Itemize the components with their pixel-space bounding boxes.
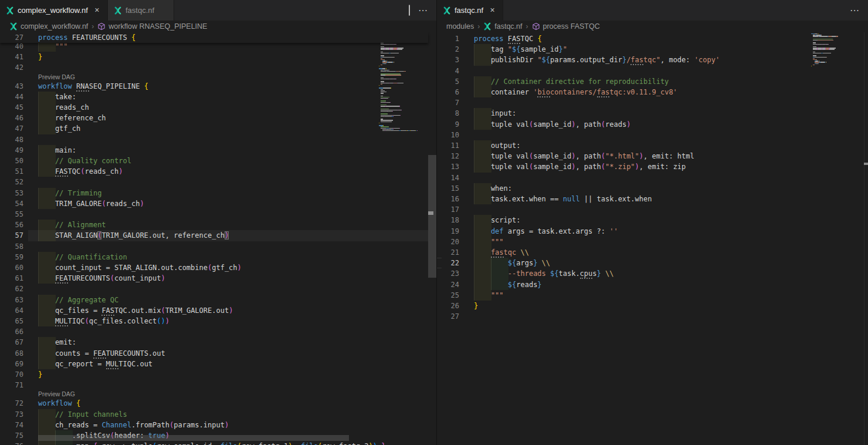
code-line[interactable]: 53// Trimming: [0, 188, 436, 198]
code-line[interactable]: 45reads_ch: [0, 102, 436, 113]
tab-label: fastqc.nf: [455, 6, 483, 15]
code-line[interactable]: 71: [0, 380, 436, 390]
hint-underline: FAS: [508, 35, 521, 44]
line-number: 60: [0, 262, 23, 273]
code-line[interactable]: 12tuple val(sample_id), path("*.html"), …: [437, 151, 868, 161]
codelens-preview-dag[interactable]: Preview DAG: [38, 390, 75, 398]
code-line[interactable]: 41}: [0, 52, 436, 62]
code-line[interactable]: 26}: [437, 301, 868, 311]
horizontal-scrollbar-slider[interactable]: [38, 435, 349, 441]
code-line[interactable]: 16task.ext.when == null || task.ext.when: [437, 194, 868, 204]
breadcrumb-item[interactable]: complex_workflow.nf: [9, 22, 88, 31]
line-number: 72: [0, 398, 23, 409]
code-line[interactable]: 13tuple val(sample_id), path("*.zip"), e…: [437, 161, 868, 172]
code-line[interactable]: 69qc_report = MULTIQC.out: [0, 359, 436, 369]
code-line[interactable]: 68counts = FEATURECOUNTS.out: [0, 348, 436, 359]
minimap[interactable]: [811, 32, 858, 445]
code-line[interactable]: 73// Input channels: [0, 409, 436, 420]
code-line[interactable]: 4: [437, 66, 868, 76]
code-line[interactable]: 10: [437, 130, 868, 140]
code-line[interactable]: 42: [0, 62, 436, 73]
minimap-line: [396, 44, 396, 45]
code-line[interactable]: 44take:: [0, 92, 436, 102]
code-line[interactable]: 56// Alignment: [0, 220, 436, 230]
tab-complex_workflow-nf[interactable]: complex_workflow.nf×: [0, 0, 108, 21]
minimap-line: [386, 63, 386, 64]
code-line[interactable]: 43workflow RNASEQ_PIPELINE {: [0, 81, 436, 92]
close-icon[interactable]: ×: [93, 6, 101, 15]
code-line[interactable]: 8input:: [437, 108, 868, 119]
minimap-line: [400, 115, 401, 116]
code-line[interactable]: 2tag "${sample_id}": [437, 44, 868, 55]
code-line[interactable]: 24${reads}: [437, 279, 868, 290]
code-line[interactable]: 76.map { row -> tuple(row.sample_id, fil…: [0, 441, 436, 445]
code-line[interactable]: 7: [437, 97, 868, 108]
code-token: gtf_ch: [55, 124, 80, 133]
codelens-preview-dag[interactable]: Preview DAG: [38, 73, 75, 81]
code-line[interactable]: 65MULTIQC(qc_files.collect()): [0, 316, 436, 326]
more-actions-button[interactable]: ⋯: [850, 5, 860, 16]
scrollbar-drag-handle[interactable]: [428, 211, 433, 215]
code-line[interactable]: 48: [0, 134, 436, 145]
tab-fastqc-nf[interactable]: fastqc.nf×: [437, 0, 503, 21]
code-line[interactable]: 1process FASTQC {: [437, 33, 868, 44]
code-line[interactable]: 72workflow {: [0, 398, 436, 409]
code-line[interactable]: 27: [437, 311, 868, 322]
code-line[interactable]: 67emit:: [0, 337, 436, 348]
code-line[interactable]: 11output:: [437, 140, 868, 151]
code-token: ${: [508, 281, 516, 289]
code-line[interactable]: 18script:: [437, 215, 868, 225]
code-line[interactable]: 49main:: [0, 145, 436, 156]
code-line[interactable]: 15when:: [437, 183, 868, 194]
code-line[interactable]: 20""": [437, 237, 868, 247]
code-line[interactable]: 59// Quantification: [0, 252, 436, 262]
code-line[interactable]: 51FASTQC(reads_ch): [0, 166, 436, 177]
split-editor-button[interactable]: [409, 5, 410, 16]
code-line[interactable]: 64qc_files = FASTQC.out.mix(TRIM_GALORE.…: [0, 305, 436, 316]
code-line[interactable]: 14: [437, 173, 868, 183]
code-line[interactable]: 52: [0, 177, 436, 187]
code-line[interactable]: 22${args} \\: [437, 258, 868, 268]
code-line[interactable]: 63// Aggregate QC: [0, 295, 436, 305]
code-line[interactable]: 61FEATURECOUNTS(count_input): [0, 273, 436, 284]
tab-fastqc-nf[interactable]: fastqc.nf: [108, 0, 174, 21]
code-line[interactable]: 47gtf_ch: [0, 123, 436, 134]
code-line[interactable]: 21fastqc \\: [437, 247, 868, 258]
code-line[interactable]: 62: [0, 284, 436, 294]
code-line[interactable]: 46reference_ch: [0, 113, 436, 123]
code-line[interactable]: 70}: [0, 369, 436, 380]
code-line[interactable]: 60count_input = STAR_ALIGN.out.combine(g…: [0, 262, 436, 273]
breadcrumb-item[interactable]: process FASTQC: [532, 22, 600, 31]
code-line[interactable]: 25""": [437, 290, 868, 301]
sticky-scroll-line[interactable]: 27process FEATURECOUNTS {: [0, 32, 428, 43]
indent-guide: [491, 258, 508, 268]
more-actions-button[interactable]: ⋯: [418, 5, 428, 16]
code-line[interactable]: 23--threads ${task.cpus} \\: [437, 268, 868, 279]
code-line[interactable]: 9tuple val(sample_id), path(reads): [437, 119, 868, 130]
code-line[interactable]: 54TRIM_GALORE(reads_ch): [0, 198, 436, 209]
code-line[interactable]: 5// Container directive for reproducibil…: [437, 76, 868, 87]
code-line[interactable]: 55: [0, 209, 436, 220]
code-line[interactable]: 50// Quality control: [0, 156, 436, 166]
code-line[interactable]: 74ch_reads = Channel.fromPath(params.inp…: [0, 420, 436, 430]
code-token: [537, 259, 541, 267]
minimap[interactable]: [379, 32, 428, 445]
minimap-line: [381, 122, 386, 122]
code-line[interactable]: 57STAR_ALIGN(TRIM_GALORE.out, reference_…: [0, 230, 436, 241]
close-icon[interactable]: ×: [488, 6, 497, 15]
breadcrumb-item[interactable]: fastqc.nf: [483, 22, 522, 31]
code-line[interactable]: 6container 'biocontainers/fastqc:v0.11.9…: [437, 87, 868, 97]
code-line[interactable]: 58: [0, 241, 436, 252]
breadcrumb-item[interactable]: modules: [446, 22, 474, 31]
code-token: workflow: [38, 399, 76, 407]
code-line[interactable]: 19def args = task.ext.args ?: '': [437, 226, 868, 237]
code-line[interactable]: 3publishDir "${params.output_dir}/fastqc…: [437, 55, 868, 65]
breadcrumb: modules›fastqc.nf›process FASTQC: [437, 21, 868, 32]
vertical-scrollbar-slider[interactable]: [428, 155, 436, 278]
code-line[interactable]: 66: [0, 326, 436, 337]
breadcrumb-item[interactable]: workflow RNASEQ_PIPELINE: [97, 22, 207, 31]
line-number: 59: [0, 252, 23, 262]
minimap-line: [813, 36, 818, 36]
line-number: 14: [437, 173, 459, 183]
code-line[interactable]: 17: [437, 204, 868, 215]
